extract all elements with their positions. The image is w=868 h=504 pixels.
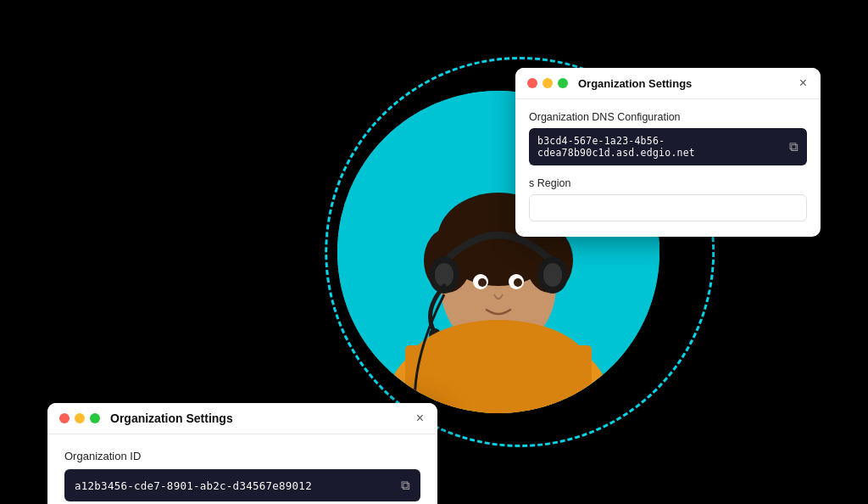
modal-back-dns-label: Organization DNS Configuration xyxy=(529,111,807,123)
traffic-light-yellow xyxy=(542,78,553,88)
org-id-value: a12b3456-cde7-8901-ab2c-d34567e89012 xyxy=(75,479,394,492)
org-id-field: a12b3456-cde7-8901-ab2c-d34567e89012 ⧉ xyxy=(64,469,420,501)
modal-front-traffic-lights xyxy=(59,413,100,423)
modal-back-copy-icon[interactable]: ⧉ xyxy=(789,139,798,154)
modal-front-title: Organization Settings xyxy=(110,412,415,425)
modal-back-title: Organization Settings xyxy=(578,77,798,90)
modal-back-close-button[interactable]: × xyxy=(798,76,809,90)
org-id-copy-icon[interactable]: ⧉ xyxy=(401,478,410,493)
modal-back-region-input[interactable] xyxy=(529,194,807,221)
svg-point-17 xyxy=(478,278,487,287)
svg-point-18 xyxy=(514,278,522,287)
modal-back-body: Organization DNS Configuration b3cd4-567… xyxy=(515,99,821,237)
svg-point-11 xyxy=(435,263,453,287)
modal-front-body: Organization ID a12b3456-cde7-8901-ab2c-… xyxy=(47,434,437,504)
traffic-light-green xyxy=(558,78,568,88)
modal-back-dns-field: b3cd4-567e-1a23-4b56-cdea78b90c1d.asd.ed… xyxy=(529,128,807,165)
modal-back-region-label: s Region xyxy=(529,177,807,189)
traffic-light-green-front xyxy=(90,413,100,423)
traffic-light-yellow-front xyxy=(75,413,85,423)
org-id-label: Organization ID xyxy=(64,450,420,462)
modal-back: Organization Settings × Organization DNS… xyxy=(515,68,821,237)
modal-back-titlebar: Organization Settings × xyxy=(515,68,821,99)
modal-back-dns-value: b3cd4-567e-1a23-4b56-cdea78b90c1d.asd.ed… xyxy=(537,135,782,159)
traffic-light-red-front xyxy=(59,413,70,423)
traffic-light-red xyxy=(527,78,537,88)
modal-front-close-button[interactable]: × xyxy=(415,412,426,425)
modal-front-titlebar: Organization Settings × xyxy=(47,403,437,434)
svg-point-13 xyxy=(543,263,562,287)
svg-rect-20 xyxy=(405,345,592,413)
modal-back-traffic-lights xyxy=(527,78,568,88)
modal-front: Organization Settings × Organization ID … xyxy=(47,403,437,504)
